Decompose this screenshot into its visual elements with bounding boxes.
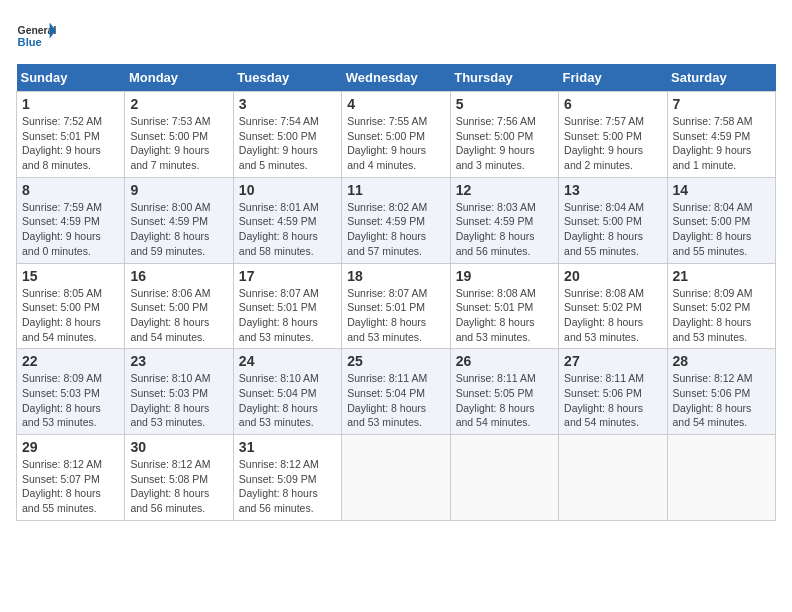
day-detail: Sunrise: 8:04 AM Sunset: 5:00 PM Dayligh… [673,200,770,259]
day-number: 18 [347,268,444,284]
day-detail: Sunrise: 8:04 AM Sunset: 5:00 PM Dayligh… [564,200,661,259]
day-detail: Sunrise: 8:03 AM Sunset: 4:59 PM Dayligh… [456,200,553,259]
day-cell: 8Sunrise: 7:59 AM Sunset: 4:59 PM Daylig… [17,177,125,263]
day-detail: Sunrise: 7:52 AM Sunset: 5:01 PM Dayligh… [22,114,119,173]
day-number: 31 [239,439,336,455]
day-number: 26 [456,353,553,369]
day-number: 11 [347,182,444,198]
day-detail: Sunrise: 8:09 AM Sunset: 5:03 PM Dayligh… [22,371,119,430]
day-number: 6 [564,96,661,112]
week-row-1: 1Sunrise: 7:52 AM Sunset: 5:01 PM Daylig… [17,92,776,178]
week-row-5: 29Sunrise: 8:12 AM Sunset: 5:07 PM Dayli… [17,435,776,521]
day-number: 19 [456,268,553,284]
day-detail: Sunrise: 7:59 AM Sunset: 4:59 PM Dayligh… [22,200,119,259]
svg-text:Blue: Blue [18,36,42,48]
calendar-header: SundayMondayTuesdayWednesdayThursdayFrid… [17,64,776,92]
day-cell: 17Sunrise: 8:07 AM Sunset: 5:01 PM Dayli… [233,263,341,349]
day-number: 17 [239,268,336,284]
day-number: 21 [673,268,770,284]
column-header-tuesday: Tuesday [233,64,341,92]
day-detail: Sunrise: 7:54 AM Sunset: 5:00 PM Dayligh… [239,114,336,173]
day-number: 4 [347,96,444,112]
day-number: 7 [673,96,770,112]
calendar-table: SundayMondayTuesdayWednesdayThursdayFrid… [16,64,776,521]
day-number: 22 [22,353,119,369]
day-cell [667,435,775,521]
day-cell: 18Sunrise: 8:07 AM Sunset: 5:01 PM Dayli… [342,263,450,349]
day-number: 9 [130,182,227,198]
day-number: 1 [22,96,119,112]
day-cell: 26Sunrise: 8:11 AM Sunset: 5:05 PM Dayli… [450,349,558,435]
day-number: 27 [564,353,661,369]
day-cell: 11Sunrise: 8:02 AM Sunset: 4:59 PM Dayli… [342,177,450,263]
day-cell: 10Sunrise: 8:01 AM Sunset: 4:59 PM Dayli… [233,177,341,263]
day-cell: 21Sunrise: 8:09 AM Sunset: 5:02 PM Dayli… [667,263,775,349]
day-cell: 3Sunrise: 7:54 AM Sunset: 5:00 PM Daylig… [233,92,341,178]
column-header-wednesday: Wednesday [342,64,450,92]
day-number: 25 [347,353,444,369]
day-number: 20 [564,268,661,284]
day-detail: Sunrise: 8:05 AM Sunset: 5:00 PM Dayligh… [22,286,119,345]
day-cell: 19Sunrise: 8:08 AM Sunset: 5:01 PM Dayli… [450,263,558,349]
day-cell: 6Sunrise: 7:57 AM Sunset: 5:00 PM Daylig… [559,92,667,178]
day-detail: Sunrise: 8:11 AM Sunset: 5:04 PM Dayligh… [347,371,444,430]
day-cell: 29Sunrise: 8:12 AM Sunset: 5:07 PM Dayli… [17,435,125,521]
day-cell: 13Sunrise: 8:04 AM Sunset: 5:00 PM Dayli… [559,177,667,263]
day-cell: 20Sunrise: 8:08 AM Sunset: 5:02 PM Dayli… [559,263,667,349]
day-detail: Sunrise: 7:53 AM Sunset: 5:00 PM Dayligh… [130,114,227,173]
day-cell: 5Sunrise: 7:56 AM Sunset: 5:00 PM Daylig… [450,92,558,178]
day-detail: Sunrise: 8:08 AM Sunset: 5:01 PM Dayligh… [456,286,553,345]
week-row-3: 15Sunrise: 8:05 AM Sunset: 5:00 PM Dayli… [17,263,776,349]
day-detail: Sunrise: 8:06 AM Sunset: 5:00 PM Dayligh… [130,286,227,345]
day-cell: 4Sunrise: 7:55 AM Sunset: 5:00 PM Daylig… [342,92,450,178]
day-number: 15 [22,268,119,284]
day-cell: 31Sunrise: 8:12 AM Sunset: 5:09 PM Dayli… [233,435,341,521]
day-detail: Sunrise: 8:02 AM Sunset: 4:59 PM Dayligh… [347,200,444,259]
day-number: 14 [673,182,770,198]
day-cell: 7Sunrise: 7:58 AM Sunset: 4:59 PM Daylig… [667,92,775,178]
day-cell: 2Sunrise: 7:53 AM Sunset: 5:00 PM Daylig… [125,92,233,178]
day-detail: Sunrise: 8:00 AM Sunset: 4:59 PM Dayligh… [130,200,227,259]
day-detail: Sunrise: 7:55 AM Sunset: 5:00 PM Dayligh… [347,114,444,173]
day-number: 24 [239,353,336,369]
logo: General Blue [16,16,60,56]
day-cell: 12Sunrise: 8:03 AM Sunset: 4:59 PM Dayli… [450,177,558,263]
day-cell [342,435,450,521]
day-number: 10 [239,182,336,198]
page-header: General Blue [16,16,776,56]
day-cell [450,435,558,521]
day-cell: 9Sunrise: 8:00 AM Sunset: 4:59 PM Daylig… [125,177,233,263]
day-cell: 16Sunrise: 8:06 AM Sunset: 5:00 PM Dayli… [125,263,233,349]
day-number: 8 [22,182,119,198]
day-detail: Sunrise: 8:12 AM Sunset: 5:06 PM Dayligh… [673,371,770,430]
day-cell: 28Sunrise: 8:12 AM Sunset: 5:06 PM Dayli… [667,349,775,435]
day-number: 12 [456,182,553,198]
day-cell [559,435,667,521]
day-cell: 23Sunrise: 8:10 AM Sunset: 5:03 PM Dayli… [125,349,233,435]
day-detail: Sunrise: 8:07 AM Sunset: 5:01 PM Dayligh… [347,286,444,345]
day-detail: Sunrise: 7:58 AM Sunset: 4:59 PM Dayligh… [673,114,770,173]
day-number: 16 [130,268,227,284]
day-cell: 15Sunrise: 8:05 AM Sunset: 5:00 PM Dayli… [17,263,125,349]
day-detail: Sunrise: 8:12 AM Sunset: 5:09 PM Dayligh… [239,457,336,516]
day-cell: 22Sunrise: 8:09 AM Sunset: 5:03 PM Dayli… [17,349,125,435]
day-cell: 14Sunrise: 8:04 AM Sunset: 5:00 PM Dayli… [667,177,775,263]
day-detail: Sunrise: 8:12 AM Sunset: 5:08 PM Dayligh… [130,457,227,516]
day-detail: Sunrise: 8:12 AM Sunset: 5:07 PM Dayligh… [22,457,119,516]
day-detail: Sunrise: 8:01 AM Sunset: 4:59 PM Dayligh… [239,200,336,259]
day-number: 28 [673,353,770,369]
day-detail: Sunrise: 8:11 AM Sunset: 5:05 PM Dayligh… [456,371,553,430]
column-header-sunday: Sunday [17,64,125,92]
logo-icon: General Blue [16,16,56,56]
day-cell: 27Sunrise: 8:11 AM Sunset: 5:06 PM Dayli… [559,349,667,435]
day-detail: Sunrise: 8:09 AM Sunset: 5:02 PM Dayligh… [673,286,770,345]
day-cell: 30Sunrise: 8:12 AM Sunset: 5:08 PM Dayli… [125,435,233,521]
column-header-thursday: Thursday [450,64,558,92]
day-number: 2 [130,96,227,112]
column-header-friday: Friday [559,64,667,92]
day-cell: 1Sunrise: 7:52 AM Sunset: 5:01 PM Daylig… [17,92,125,178]
day-detail: Sunrise: 7:57 AM Sunset: 5:00 PM Dayligh… [564,114,661,173]
day-detail: Sunrise: 8:10 AM Sunset: 5:03 PM Dayligh… [130,371,227,430]
week-row-4: 22Sunrise: 8:09 AM Sunset: 5:03 PM Dayli… [17,349,776,435]
day-number: 5 [456,96,553,112]
